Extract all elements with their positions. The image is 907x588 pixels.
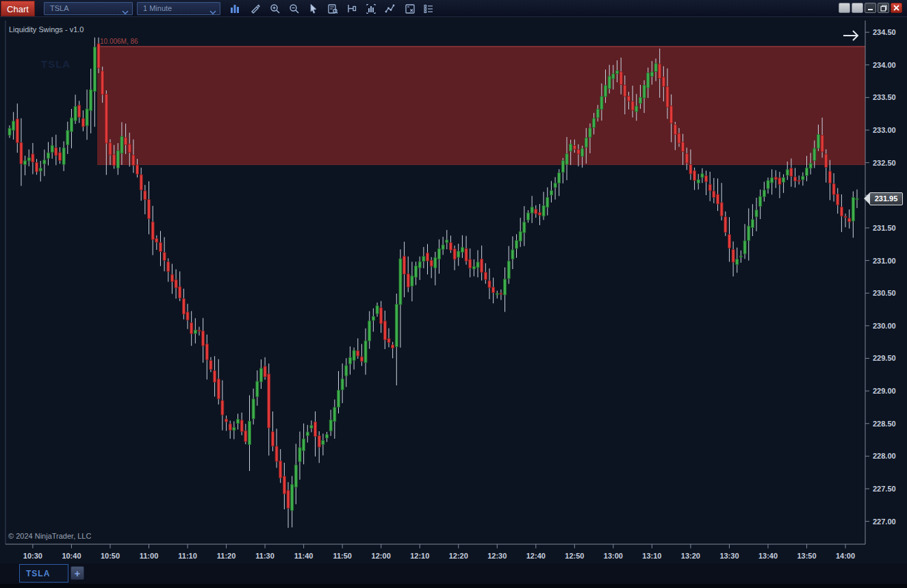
chart-canvas[interactable]: 10.006M, 86234.50234.00233.50233.00232.5… <box>0 17 907 563</box>
zone-label: 10.006M, 86 <box>100 38 138 45</box>
time-axis-label: 12:30 <box>487 552 507 560</box>
cursor-icon[interactable] <box>305 1 322 16</box>
chart-trader-icon[interactable] <box>343 1 361 16</box>
price-axis-label: 227.00 <box>873 517 896 526</box>
price-axis-label: 233.50 <box>873 93 896 101</box>
time-axis-label: 12:50 <box>565 552 584 560</box>
interval-value: 1 Minute <box>143 4 172 12</box>
chart-window: Chart TSLA 1 Minute <box>0 0 907 588</box>
price-axis-label: 229.50 <box>873 354 896 362</box>
time-axis-label: 13:00 <box>604 552 623 560</box>
last-price-marker: 231.95 <box>869 192 903 205</box>
price-axis-label: 230.50 <box>873 289 896 297</box>
time-axis-label: 13:50 <box>797 552 816 560</box>
time-axis-label: 13:30 <box>719 552 739 560</box>
zoom-out-icon[interactable] <box>285 1 303 16</box>
time-axis-label: 10:30 <box>23 552 42 560</box>
time-axis-label: 11:30 <box>255 552 274 560</box>
instrument-value: TSLA <box>50 4 69 12</box>
time-axis-label: 10:40 <box>62 552 81 560</box>
instrument-selector[interactable]: TSLA <box>44 2 133 15</box>
price-axis-label: 231.00 <box>873 257 896 265</box>
drawing-tools-icon[interactable] <box>246 1 264 16</box>
copyright-text: © 2024 NinjaTrader, LLC <box>8 532 91 540</box>
strategies-icon[interactable] <box>381 1 399 16</box>
link-button-2[interactable] <box>852 3 863 13</box>
time-axis-label: 12:00 <box>372 552 391 560</box>
price-axis-label: 228.50 <box>873 420 896 428</box>
supply-zone <box>97 47 865 164</box>
add-tab-button[interactable]: + <box>71 566 84 580</box>
indicators-icon[interactable] <box>362 1 380 16</box>
tabbar: TSLA + <box>0 563 907 584</box>
time-axis-label: 11:10 <box>178 552 197 560</box>
time-axis-label: 11:50 <box>333 552 352 560</box>
time-axis-label: 11:20 <box>217 552 236 560</box>
close-icon[interactable] <box>891 3 902 13</box>
time-axis-label: 11:00 <box>140 552 159 560</box>
time-axis-label: 13:20 <box>681 552 700 560</box>
time-axis-label: 12:20 <box>449 552 468 560</box>
tab-tsla[interactable]: TSLA <box>19 564 68 583</box>
price-axis-label: 230.00 <box>873 322 896 330</box>
properties-icon[interactable] <box>420 1 437 16</box>
right-arrow-icon[interactable] <box>841 28 863 44</box>
time-axis-label: 13:10 <box>642 552 661 560</box>
price-axis-label: 232.50 <box>873 159 896 167</box>
instrument-watermark: TSLA <box>41 58 71 70</box>
price-axis-label: 231.50 <box>873 224 896 232</box>
data-box-icon[interactable] <box>324 1 342 16</box>
bottom-strip <box>0 584 907 588</box>
chart-style-icon[interactable] <box>226 1 244 16</box>
indicator-label: Liquidity Swings - v1.0 <box>9 25 84 34</box>
zoom-in-icon[interactable] <box>266 1 284 16</box>
price-axis-label: 228.00 <box>873 452 896 460</box>
interval-selector[interactable]: 1 Minute <box>137 2 220 15</box>
time-axis-label: 12:10 <box>410 552 429 560</box>
link-button-1[interactable] <box>839 3 850 13</box>
restore-button[interactable] <box>878 3 889 13</box>
time-axis-label: 14:00 <box>836 552 855 560</box>
window-title: Chart <box>1 1 35 16</box>
time-axis-label: 10:50 <box>101 552 120 560</box>
price-axis-label: 234.00 <box>873 61 896 69</box>
price-axis-label: 234.50 <box>873 28 896 36</box>
snapshot-icon[interactable] <box>401 1 419 16</box>
price-axis-label: 233.00 <box>873 126 896 134</box>
price-axis-label: 229.00 <box>873 387 896 395</box>
price-axis-label: 227.50 <box>873 485 896 493</box>
minimize-button[interactable] <box>865 3 876 13</box>
time-axis-label: 11:40 <box>294 552 314 560</box>
time-axis-label: 12:40 <box>526 552 546 560</box>
time-axis-label: 13:40 <box>758 552 778 560</box>
candlestick-chart[interactable]: 10.006M, 86234.50234.00233.50233.00232.5… <box>0 17 907 563</box>
titlebar: Chart TSLA 1 Minute <box>0 0 907 17</box>
